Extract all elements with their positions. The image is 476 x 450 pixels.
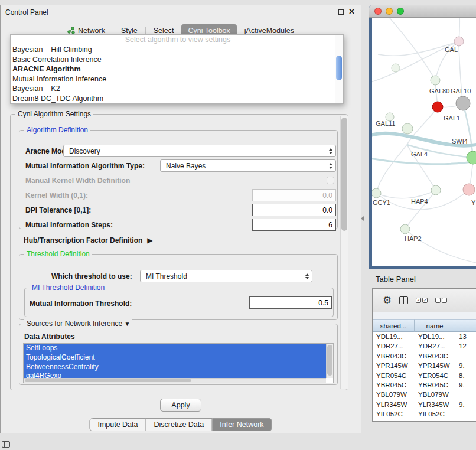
hub-section-toggle[interactable]: Hub/Transcription Factor Definition ▶ (24, 236, 153, 244)
column-header-extra[interactable] (455, 319, 476, 332)
network-node[interactable] (431, 76, 440, 85)
table-cell[interactable]: YBR045C (415, 380, 455, 390)
network-node[interactable] (392, 64, 400, 72)
mi-type-value: Naive Bayes (166, 162, 206, 170)
data-attributes-label: Data Attributes (24, 332, 75, 341)
table-cell[interactable]: YDL19... (415, 332, 455, 341)
table-row: YLR345W YLR345W 9. (373, 400, 476, 409)
attributes-vertical-scrollbar[interactable] (326, 344, 333, 378)
algorithm-definition-title: Algorithm Definition (24, 126, 90, 134)
attribute-item[interactable]: TopologicalCoefficient (24, 353, 326, 363)
table-cell[interactable]: YBR043C (373, 351, 415, 361)
deselect-all-columns-icon[interactable] (435, 298, 447, 303)
table-cell[interactable]: 12 (455, 341, 476, 351)
table-row: YBL079W YBL079W (373, 390, 476, 399)
table-cell[interactable]: 8. (455, 371, 476, 380)
mi-threshold-groupbox: MI Threshold Definition Mutual Informati… (24, 288, 334, 317)
algorithm-dropdown-popup: Select algorithm to view settings Bayesi… (10, 34, 344, 104)
table-cell[interactable]: YDR27... (415, 341, 455, 351)
network-node-label: GCY1 (373, 199, 390, 206)
column-header-name[interactable]: name (415, 319, 455, 332)
network-node[interactable] (463, 184, 475, 195)
table-cell[interactable]: YBL079W (373, 390, 415, 399)
mi-threshold-input[interactable] (249, 296, 332, 309)
tab-discretize-data[interactable]: Discretize Data (146, 418, 213, 431)
table-cell[interactable]: YPR145W (373, 361, 415, 370)
table-cell[interactable]: YBR045C (373, 380, 415, 390)
attribute-item[interactable]: BetweennessCentrality (24, 363, 326, 372)
table-cell[interactable]: YLR345W (373, 400, 415, 409)
splitter-handle-icon[interactable] (361, 216, 364, 221)
attributes-hscroll-thumb[interactable] (25, 379, 191, 382)
popup-scrollbar[interactable] (335, 35, 343, 103)
aracne-mode-select[interactable]: Discovery (63, 145, 336, 157)
manual-kernel-width-checkbox[interactable] (327, 177, 334, 184)
network-node[interactable] (402, 123, 413, 134)
table-settings-gear-icon[interactable]: ⚙ (383, 294, 392, 306)
algorithm-popup-item[interactable]: Dream8 DC_TDC Algorithm (11, 94, 343, 104)
network-node[interactable] (432, 102, 443, 112)
control-panel-title: Control Panel (5, 8, 48, 17)
settings-scrollbar-thumb[interactable] (341, 118, 347, 231)
network-node[interactable] (456, 96, 470, 110)
table-cell[interactable]: 9. (455, 361, 476, 370)
which-threshold-select[interactable]: MI Threshold (140, 270, 312, 282)
apply-button[interactable]: Apply (160, 399, 201, 412)
attributes-vscroll-thumb[interactable] (327, 345, 332, 376)
table-cell[interactable]: YDL19... (373, 332, 415, 341)
column-header-shared-name[interactable]: shared... (373, 319, 415, 332)
network-node-label: GAL10 (451, 87, 471, 94)
table-cell[interactable]: YPR145W (415, 361, 455, 370)
table-cell[interactable]: YDR27... (373, 341, 415, 351)
tab-infer-network[interactable]: Infer Network (212, 418, 272, 431)
algorithm-popup-item[interactable]: Mutual Information Inference (11, 74, 343, 84)
network-node[interactable] (372, 188, 381, 198)
zoom-window-icon[interactable] (397, 8, 404, 15)
table-cell[interactable]: 9. (455, 400, 476, 409)
table-cell[interactable] (455, 351, 476, 361)
close-window-icon[interactable] (374, 8, 382, 15)
float-window-icon[interactable] (338, 9, 344, 15)
show-columns-icon[interactable] (399, 296, 408, 304)
tab-impute-data[interactable]: Impute Data (89, 418, 146, 431)
attributes-horizontal-scrollbar[interactable] (24, 378, 326, 383)
table-row: YDL19... YDL19... 13 (373, 332, 476, 341)
control-panel-titlebar: Control Panel ✕ (1, 5, 361, 19)
sources-toggle[interactable]: Sources for Network Inference ▼ (24, 319, 132, 328)
table-cell[interactable]: YER054C (415, 371, 455, 380)
table-cell[interactable]: YBR043C (415, 351, 455, 361)
table-cell[interactable]: YBL079W (415, 390, 455, 399)
table-cell[interactable]: YER054C (373, 371, 415, 380)
network-canvas[interactable]: GAL GAL80 GAL10 GAL11 GAL1 SWI4 GAL4 GCY… (372, 18, 476, 266)
hide-panel-icon[interactable] (2, 441, 10, 448)
table-cell[interactable]: YIL052C (373, 409, 415, 419)
table-cell[interactable]: YLR345W (415, 400, 455, 409)
table-row: YER054C YER054C 8. (373, 371, 476, 380)
table-cell[interactable] (455, 390, 476, 399)
algorithm-popup-item[interactable]: Basic Correlation Inference (11, 55, 343, 65)
dpi-tolerance-input[interactable] (252, 204, 336, 216)
settings-scrollbar[interactable] (340, 116, 348, 389)
algorithm-popup-item-selected[interactable]: ARACNE Algorithm (11, 64, 343, 74)
kernel-width-input[interactable] (252, 189, 336, 201)
mi-type-select[interactable]: Naive Bayes (160, 159, 336, 172)
table-cell[interactable]: 13 (455, 332, 476, 341)
mi-steps-input[interactable] (252, 219, 336, 231)
network-node[interactable] (454, 37, 464, 46)
algorithm-popup-item[interactable]: Bayesian – Hill Climbing (11, 45, 343, 55)
algorithm-popup-item[interactable]: Bayesian – K2 (11, 84, 343, 94)
network-node[interactable] (431, 185, 441, 195)
threshold-definition-groupbox: Threshold Definition Which threshold to … (19, 254, 338, 320)
control-panel-window: Control Panel ✕ Network Style Select Cyn… (0, 5, 361, 433)
table-panel-window: ⚙ ✓ ✓ shared... name YDL19... YDL19... 1… (372, 288, 476, 422)
select-all-columns-icon[interactable]: ✓ ✓ (416, 298, 428, 303)
attribute-item[interactable]: SelfLoops (24, 344, 326, 353)
table-cell[interactable]: YIL052C (415, 409, 455, 419)
popup-scrollbar-thumb[interactable] (336, 56, 342, 80)
close-panel-icon[interactable]: ✕ (348, 7, 355, 16)
table-cell[interactable]: 9. (455, 380, 476, 390)
network-node[interactable] (400, 224, 410, 234)
hide-panel-icon-bar (4, 442, 5, 447)
minimize-window-icon[interactable] (386, 8, 393, 15)
table-cell[interactable] (455, 409, 476, 419)
